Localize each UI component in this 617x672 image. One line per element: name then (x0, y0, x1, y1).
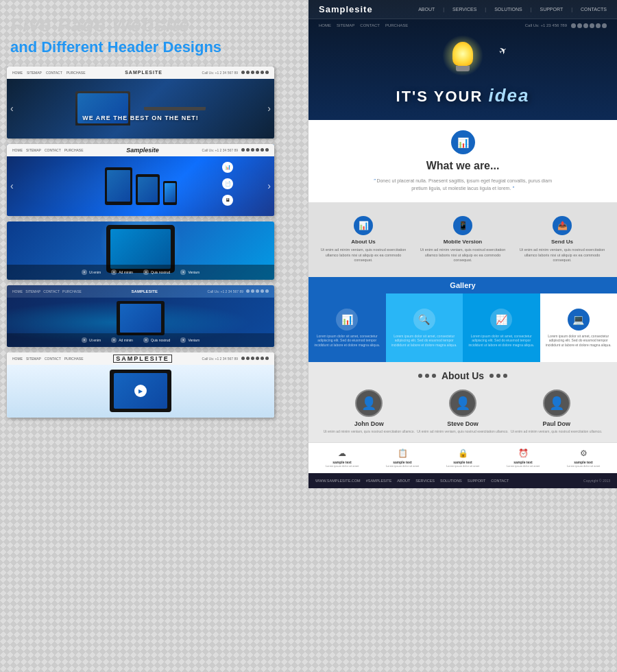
card1-nav: HOME SITEMAP CONTACT PURCHASE (12, 71, 86, 75)
gallery-item-text-1: Lorem ipsum dolor sit amet, consectetur … (308, 334, 386, 348)
about-person-john: 👤 John Dow Ut enim ad minim veniam, quis… (322, 389, 416, 434)
bulb-shape (449, 42, 476, 80)
gallery-item-text-4: Lorem ipsum dolor sit amet, consectetur … (540, 334, 618, 348)
card4-footer-icon-4: ● (180, 337, 186, 343)
card4-footer-item-3: ● Quis nostrud (143, 337, 170, 343)
gallery-item-text-2: Lorem ipsum dolor sit amet, consectetur … (386, 334, 463, 348)
template-card-5: HOME SITEMAP CONTACT PURCHASE SAMPLESITE… (7, 352, 274, 418)
card1-tagline: WE ARE THE BEST ON THE NET! (82, 115, 199, 121)
footer-feature-3: 🔒 sample text Lorem ipsum dolor sit amet (433, 448, 493, 468)
card2-logo: Samplesite (126, 147, 159, 154)
title-line2-prefix: and (10, 38, 41, 56)
about-dots-right (489, 374, 507, 378)
right-top-sub: HOME SITEMAP CONTACT PURCHASE Call Us: +… (308, 19, 617, 32)
card4-contact: Call Us: +1 2 34 567 89 (208, 289, 243, 293)
right-top-tagline: IT'S YOUR idea (396, 85, 530, 106)
card5-tablet-screen: ▶ (114, 373, 167, 409)
floating-icon-3: 🖥 (222, 195, 233, 206)
lock-icon: 🔒 (433, 448, 493, 458)
card2-tablet2 (136, 174, 160, 205)
avatar-paul: 👤 (543, 389, 570, 417)
right-gallery: Gallery 📊 Lorem ipsum dolor sit amet, co… (308, 277, 617, 362)
gallery-item-3: 📈 Lorem ipsum dolor sit amet, consectetu… (463, 293, 540, 362)
card2-body: 📊 📄 🖥 ‹ › (7, 156, 274, 216)
template-card-3: ● Ut enim ● Ad minim ● Quis nostrud ● Ve… (7, 221, 274, 280)
card4-footer-icon-1: ● (82, 337, 87, 343)
card4-footer-icon-2: ● (111, 337, 117, 343)
service-item-send: 📤 Send Us Ut enim ad minim veniam, quis … (514, 211, 610, 269)
card2-devices: 📊 📄 🖥 (105, 167, 177, 205)
service-icon-about: 📊 (354, 216, 373, 235)
card5-header: HOME SITEMAP CONTACT PURCHASE SAMPLESITE… (7, 352, 274, 365)
right-top-header: Samplesite ABOUT | SERVICES | SOLUTIONS … (308, 0, 617, 120)
gallery-item-icon-1: 📊 (336, 309, 358, 331)
service-title-about: About Us (319, 239, 408, 245)
about-dot-5 (496, 374, 500, 378)
card3-footer-item-3: ● Quis nostrud (143, 269, 170, 275)
card1-arrow-left[interactable]: ‹ (10, 103, 14, 114)
service-item-mobile: 📱 Mobile Version Ut enim ad minim veniam… (415, 211, 511, 269)
card1-arrow-right[interactable]: › (267, 103, 271, 114)
person-name-steve: Steve Dow (416, 420, 510, 427)
gallery-header: Gallery (308, 277, 617, 293)
card1-circles (241, 71, 269, 74)
card2-tablet (105, 167, 132, 205)
gallery-item-icon-3: 📈 (490, 309, 512, 331)
service-text-mobile: Ut enim ad minim veniam, quis nostrud ex… (418, 248, 507, 263)
right-top-sub-right: Call Us: +1 23 456 789 (525, 23, 607, 28)
floating-icon-2: 📄 (222, 178, 233, 189)
cloud-icon: ☁ (312, 448, 372, 458)
right-top-nav: Samplesite ABOUT | SERVICES | SOLUTIONS … (308, 0, 617, 19)
floating-icon-1: 📊 (222, 162, 233, 173)
card2-tablet-screen (107, 170, 130, 202)
what-are-title: What we are... (322, 160, 603, 172)
about-persons: 👤 John Dow Ut enim ad minim veniam, quis… (322, 389, 603, 434)
card2-arrow-left[interactable]: ‹ (10, 180, 14, 191)
card5-circles (241, 357, 269, 360)
card5-nav: HOME SITEMAP CONTACT PURCHASE (12, 357, 84, 361)
footer-nav-links: WWW.SAMPLESITE.COM #SAMPLESITE ABOUT SER… (315, 479, 509, 483)
title-line2-highlight: Different Header Designs (41, 38, 221, 56)
card2-nav: HOME SITEMAP CONTACT PURCHASE (12, 148, 84, 152)
card2-arrow-right[interactable]: › (267, 180, 271, 191)
title-area: Five Page Website and Different Header D… (7, 7, 288, 67)
card1-laptop-base (144, 107, 206, 110)
gallery-item-icon-4: 💻 (568, 309, 590, 331)
what-are-text: " Donec ut placerat nulla. Praesent sagi… (367, 178, 559, 192)
right-footer-features: ☁ sample text Lorem ipsum dolor sit amet… (308, 442, 617, 473)
card4-footer-item-2: ● Ad minim (111, 337, 133, 343)
bulb-base (456, 66, 470, 71)
card3-footer: ● Ut enim ● Ad minim ● Quis nostrud ● Ve… (7, 265, 274, 280)
service-text-about: Ut enim ad minim veniam, quis nostrud ex… (319, 248, 408, 263)
gallery-item-1: 📊 Lorem ipsum dolor sit amet, consectetu… (308, 293, 386, 362)
card2-circles (241, 148, 269, 152)
card2-header: HOME SITEMAP CONTACT PURCHASE Samplesite… (7, 144, 274, 156)
card1-contact: Call Us: +1 2 34 567 89 (202, 71, 238, 75)
card1-header: HOME SITEMAP CONTACT PURCHASE SAMPLESITE… (7, 67, 274, 79)
person-text-paul: Ut enim ad minim veniam, quis nostrud ex… (509, 429, 603, 434)
card3-footer-icon-2: ● (111, 269, 117, 275)
service-text-send: Ut enim ad minim veniam, quis nostrud ex… (518, 248, 607, 263)
bulb-body (452, 42, 473, 66)
card3-footer-item-1: ● Ut enim (82, 269, 101, 275)
card3-tablet-screen (110, 229, 171, 269)
avatar-john: 👤 (355, 389, 383, 417)
about-title: About Us (441, 370, 484, 381)
card5-body: ▶ (7, 365, 274, 418)
card4-footer-item-1: ● Ut enim (82, 337, 101, 343)
clock-icon: ⏰ (493, 448, 553, 458)
right-top-logo: Samplesite (319, 4, 373, 14)
card3-footer-icon-1: ● (82, 269, 87, 275)
footer-feature-4: ⏰ sample text Lorem ipsum dolor sit amet (493, 448, 553, 468)
card4-tablet-wrap (117, 301, 165, 335)
footer-feature-2: 📋 sample text Lorem ipsum dolor sit amet (372, 448, 433, 468)
about-person-paul: 👤 Paul Dow Ut enim ad minim veniam, quis… (509, 389, 603, 434)
footer-feature-text-1: Lorem ipsum dolor sit amet (312, 464, 372, 468)
card3-footer-icon-3: ● (143, 269, 149, 275)
about-dot-4 (489, 374, 494, 378)
right-footer-nav: WWW.SAMPLESITE.COM #SAMPLESITE ABOUT SER… (308, 473, 617, 488)
about-dot-6 (503, 374, 507, 378)
about-dot-3 (432, 374, 436, 378)
card4-logo: SAMPLESITE (132, 289, 158, 293)
footer-feature-text-2: Lorem ipsum dolor sit amet (372, 464, 433, 468)
